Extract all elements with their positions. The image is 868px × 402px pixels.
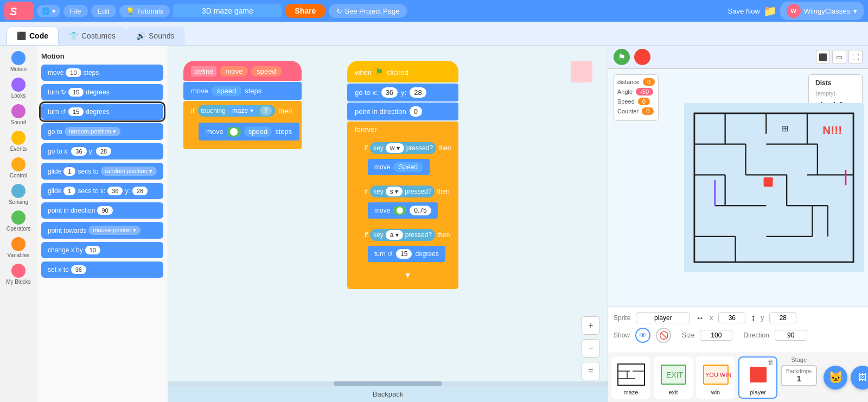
- add-backdrop-button[interactable]: 🖼: [851, 366, 868, 390]
- tab-costumes[interactable]: 👕 Costumes: [59, 27, 126, 45]
- block-if-key-w[interactable]: if key w ▾ pressed? then: [358, 138, 457, 158]
- cat-motion[interactable]: Motion: [2, 49, 35, 74]
- add-sprite-button[interactable]: 🐱: [824, 366, 847, 390]
- block-set-x[interactable]: set x to 36: [41, 261, 163, 278]
- block-change-x[interactable]: change x by 10: [41, 242, 163, 258]
- block-if-key-s[interactable]: if key s ▾ pressed? then: [358, 182, 457, 201]
- sprite-thumb-exit[interactable]: EXIT exit: [654, 356, 693, 399]
- if-s-inner: move 0.75: [358, 201, 457, 220]
- block-turn-cw[interactable]: turn ↻ 15 degrees: [41, 84, 163, 100]
- svg-text:EXIT: EXIT: [666, 371, 684, 379]
- event-stack: when ⚑ clicked go to x: 36 y: 28 point i…: [347, 61, 458, 289]
- block-glide-random[interactable]: glide 1 secs to random position ▾: [41, 163, 163, 180]
- define-hat-block[interactable]: define move speed: [183, 61, 302, 81]
- if-w-inner: move Speed: [358, 158, 457, 176]
- when-flag-clicked[interactable]: when ⚑ clicked: [347, 61, 458, 82]
- stage-controls: ⚑ ⬛ ▭ ⛶: [608, 46, 868, 69]
- block-move-speed-steps[interactable]: move speed steps: [183, 82, 302, 100]
- sprite-y-input[interactable]: [769, 312, 796, 323]
- forever-bottom: [347, 283, 458, 289]
- save-now-button[interactable]: Save Now: [728, 7, 760, 15]
- scrollbar-thumb[interactable]: [334, 381, 442, 386]
- sprite-size-input[interactable]: [700, 330, 732, 341]
- file-menu[interactable]: File: [63, 5, 88, 17]
- show-eye-button[interactable]: 👁: [635, 328, 650, 343]
- cat-looks[interactable]: Looks: [2, 75, 35, 101]
- project-name-input[interactable]: [173, 4, 282, 17]
- tab-code[interactable]: ⬛ Code: [7, 27, 59, 45]
- sprite-x-input[interactable]: [718, 312, 745, 323]
- share-button[interactable]: Share: [285, 4, 326, 18]
- block-if-key-a[interactable]: if key a ▾ pressed? then: [358, 225, 457, 245]
- normal-stage-button[interactable]: ▭: [832, 50, 846, 64]
- if-a-inner: turn ↺ 15 degrees: [358, 245, 457, 263]
- category-bar: Motion Looks Sound Events Control: [0, 46, 37, 402]
- scratch-logo[interactable]: S: [4, 2, 34, 20]
- cat-sensing[interactable]: Sensing: [2, 182, 35, 207]
- fullscreen-button[interactable]: ⛶: [848, 50, 863, 64]
- block-goto-xy[interactable]: go to x: 36 y: 28: [41, 143, 163, 159]
- see-project-button[interactable]: ↻ See Project Page: [329, 4, 407, 18]
- forever-inner: if key w ▾ pressed? then move Speed if k…: [347, 137, 458, 283]
- zoom-out-button[interactable]: −: [582, 339, 600, 358]
- cat-variables[interactable]: Variables: [2, 235, 35, 260]
- if-w-bottom: [358, 176, 457, 181]
- var-row-distance: distance 0: [617, 78, 655, 86]
- red-stop-button[interactable]: [634, 49, 650, 65]
- define-stack: define move speed move speed steps if to…: [183, 61, 302, 149]
- add-buttons: 🐱 🖼: [824, 356, 868, 399]
- block-turn-ccw[interactable]: turn ↺ 15 degrees: [41, 104, 163, 120]
- backpack-bar[interactable]: Backpack: [168, 386, 608, 402]
- small-stage-button[interactable]: ⬛: [816, 50, 830, 64]
- workspace-scrollbar[interactable]: [168, 381, 608, 386]
- block-point-dir-0[interactable]: point in direction 0: [347, 103, 458, 120]
- sprite-info-main: Sprite ↔ x ↕ y: [614, 312, 863, 323]
- sprite-maze-img: [615, 361, 647, 388]
- hide-eye-button[interactable]: 🚫: [656, 328, 671, 343]
- block-glide-xy[interactable]: glide 1 secs to x: 36 y: 28: [41, 183, 163, 199]
- cat-sound[interactable]: Sound: [2, 102, 35, 127]
- block-move-speed-w[interactable]: move Speed: [368, 159, 430, 175]
- sprite-direction-input[interactable]: [775, 330, 807, 341]
- zoom-in-button[interactable]: +: [582, 316, 600, 335]
- block-point-towards[interactable]: point towards mouse-pointer ▾: [41, 222, 163, 239]
- sprite-thumb-player[interactable]: 🗑 player: [738, 356, 777, 399]
- sprite-win-img: YOU WIN!: [699, 361, 732, 388]
- block-move-neg-speed[interactable]: move speed steps: [199, 123, 299, 141]
- tab-sounds[interactable]: 🔊 Sounds: [126, 27, 184, 45]
- main-area: Motion Looks Sound Events Control: [0, 46, 868, 402]
- cat-myblocks[interactable]: My Blocks: [2, 261, 35, 287]
- edit-menu[interactable]: Edit: [91, 5, 116, 17]
- block-turn-a[interactable]: turn ↺ 15 degrees: [368, 246, 445, 262]
- block-move-steps[interactable]: move 10 steps: [41, 65, 163, 81]
- placeholder-block: [571, 61, 592, 82]
- sound-icon: 🔊: [136, 31, 145, 40]
- block-goto-random[interactable]: go to random position ▾: [41, 123, 163, 140]
- workspace[interactable]: define move speed move speed steps if to…: [168, 46, 608, 402]
- sprite-delete-icon[interactable]: 🗑: [768, 359, 774, 366]
- user-area[interactable]: W WiingyClasses ▾: [780, 2, 864, 20]
- right-panel: ⚑ ⬛ ▭ ⛶ distance 0 Angle -50 S: [608, 46, 868, 402]
- y-arrow-icon: ↕: [751, 313, 755, 323]
- tutorials-button[interactable]: 💡 Tutorials: [119, 5, 170, 17]
- cat-operators[interactable]: Operators: [2, 208, 35, 234]
- green-flag-button[interactable]: ⚑: [614, 49, 630, 65]
- folder-icon[interactable]: 📁: [763, 4, 777, 17]
- svg-rect-22: [764, 177, 773, 187]
- block-point-dir[interactable]: point in direction 90: [41, 202, 163, 219]
- svg-text:⊞: ⊞: [782, 124, 789, 133]
- position-icon: ↔: [695, 313, 704, 323]
- cat-events[interactable]: Events: [2, 129, 35, 154]
- globe-button[interactable]: 🌐 ▾: [37, 5, 60, 17]
- cat-control[interactable]: Control: [2, 155, 35, 181]
- zoom-reset-button[interactable]: =: [582, 362, 600, 380]
- palette-section-title: Motion: [41, 52, 163, 60]
- sprite-thumb-maze[interactable]: maze: [611, 356, 650, 399]
- block-if-touching[interactable]: if touching maze ▾ ? then: [183, 101, 302, 120]
- block-forever[interactable]: forever: [347, 122, 458, 137]
- block-move-0.75[interactable]: move 0.75: [368, 202, 438, 219]
- if-bottom: [183, 143, 302, 149]
- sprite-name-input[interactable]: [636, 312, 690, 323]
- sprite-thumb-win[interactable]: YOU WIN! win: [696, 356, 735, 399]
- block-goto-xy-event[interactable]: go to x: 36 y: 28: [347, 84, 458, 101]
